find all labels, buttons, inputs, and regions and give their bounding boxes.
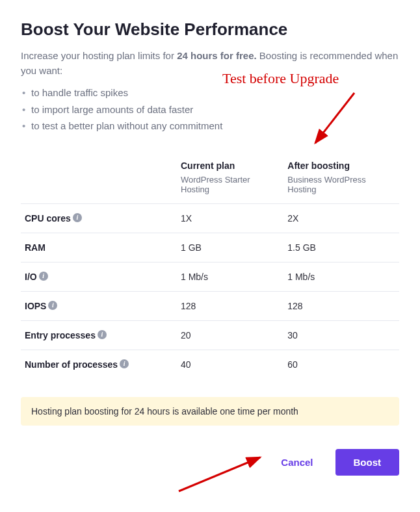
list-item: to test a better plan without any commit… (31, 118, 399, 134)
info-icon[interactable]: i (48, 301, 57, 310)
row-boosted-value: 60 (283, 350, 399, 379)
page-title: Boost Your Website Performance (21, 19, 399, 40)
row-current-value: 1X (177, 203, 283, 233)
row-label: I/Oi (21, 262, 177, 291)
row-label: IOPSi (21, 291, 177, 320)
info-icon[interactable]: i (73, 213, 82, 222)
row-boosted-value: 1 Mb/s (283, 262, 399, 291)
table-row: Number of processesi4060 (21, 350, 399, 379)
column-current-header: Current plan (177, 151, 283, 173)
row-current-value: 20 (177, 320, 283, 350)
boost-button[interactable]: Boost (335, 449, 400, 476)
table-row: CPU coresi1X2X (21, 203, 399, 233)
info-icon[interactable]: i (120, 359, 129, 368)
info-icon[interactable]: i (39, 272, 48, 281)
row-label: CPU coresi (21, 203, 177, 233)
actions-row: Cancel Boost (21, 449, 399, 476)
info-icon[interactable]: i (98, 330, 107, 339)
intro-text: Increase your hosting plan limits for 24… (21, 49, 399, 78)
intro-pre: Increase your hosting plan limits for (21, 50, 177, 61)
reasons-list: to handle traffic spikes to import large… (21, 84, 399, 134)
row-current-value: 128 (177, 291, 283, 320)
row-label: Entry processesi (21, 320, 177, 350)
table-row: RAM1 GB1.5 GB (21, 233, 399, 262)
notice-banner: Hosting plan boosting for 24 hours is av… (21, 397, 399, 426)
row-boosted-value: 128 (283, 291, 399, 320)
row-label: RAM (21, 233, 177, 262)
list-item: to import large amounts of data faster (31, 101, 399, 118)
row-boosted-value: 2X (283, 203, 399, 233)
column-boosted-plan: Business WordPress Hosting (283, 173, 399, 204)
intro-bold: 24 hours for free. (177, 50, 257, 61)
column-boosted-header: After boosting (283, 151, 399, 173)
list-item: to handle traffic spikes (31, 84, 399, 101)
table-row: IOPSi128128 (21, 291, 399, 320)
row-boosted-value: 30 (283, 320, 399, 350)
column-current-plan: WordPress Starter Hosting (177, 173, 283, 204)
row-current-value: 1 Mb/s (177, 262, 283, 291)
comparison-table: Current plan After boosting WordPress St… (21, 151, 399, 379)
cancel-button[interactable]: Cancel (274, 449, 319, 476)
row-current-value: 1 GB (177, 233, 283, 262)
row-boosted-value: 1.5 GB (283, 233, 399, 262)
table-row: Entry processesi2030 (21, 320, 399, 350)
table-row: I/Oi1 Mb/s1 Mb/s (21, 262, 399, 291)
row-label: Number of processesi (21, 350, 177, 379)
row-current-value: 40 (177, 350, 283, 379)
